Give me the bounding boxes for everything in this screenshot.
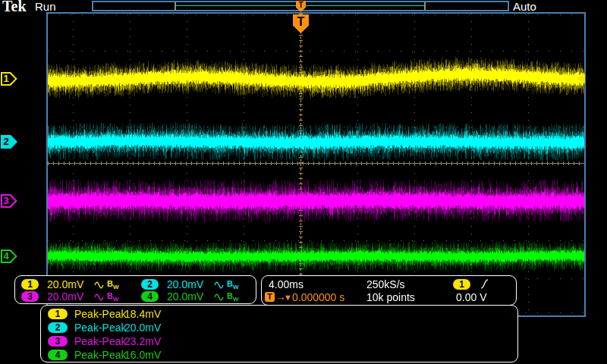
channel-4-badge: 4 [141, 291, 159, 302]
channel-1-ac-coupling-icon [94, 281, 105, 289]
measurement-box: 1 Peak-Peak 18.4mV 2 Peak-Peak 20.0mV 3 … [40, 305, 518, 362]
channel-4-marker: 4 [1, 249, 17, 263]
measurement-1-type: Peak-Peak [74, 309, 126, 320]
trigger-marker-icon: ▼ [284, 293, 292, 302]
channel-1-bandwidth-icon: BW [107, 279, 119, 290]
channel-readout-box: 1 20.0mV BW 2 20.0mV BW 3 20.0mV BW 4 20… [14, 275, 256, 304]
channel-2-marker-label: 2 [1, 136, 11, 148]
trigger-position-value: 0.000000 s [292, 292, 344, 303]
channel-2-bandwidth-icon: BW [227, 279, 239, 290]
channel-4-marker-label: 4 [1, 250, 11, 262]
measurement-2-type: Peak-Peak [74, 322, 126, 334]
trigger-level-arrow-icon [577, 74, 585, 83]
channel-1-marker: 1 [1, 72, 17, 86]
horizontal-scale: 4.00ms [269, 279, 304, 290]
measurement-3-type: Peak-Peak [74, 336, 126, 347]
oscilloscope-display: Tek Run T Auto T 1 2 3 4 1 [0, 0, 607, 364]
channel-1-marker-label: 1 [1, 73, 11, 85]
graticule-area [46, 12, 586, 317]
channel-4-scale: 20.0mV [167, 291, 203, 303]
channel-3-marker: 3 [1, 194, 17, 208]
trigger-source-badge: 1 [453, 279, 470, 290]
channel-4-bandwidth-icon: BW [227, 291, 239, 303]
measurement-4-value: 16.0mV [124, 350, 161, 361]
horizontal-trigger-readout-box: 4.00ms 250kS/s 1 T → ▼ 0.000000 s 10k po… [261, 275, 517, 306]
trigger-level-value: 0.00 V [456, 292, 486, 303]
channel-3-badge: 3 [21, 291, 39, 302]
sample-rate: 250kS/s [366, 279, 405, 290]
waveform-canvas [48, 14, 584, 315]
measurement-1-value: 18.4mV [124, 309, 161, 320]
measurement-2-value: 20.0mV [124, 322, 161, 334]
channel-1-badge: 1 [21, 279, 39, 290]
measurement-4-type: Peak-Peak [74, 350, 126, 361]
channel-4-ac-coupling-icon [214, 293, 225, 301]
measurement-1-badge: 1 [48, 309, 68, 319]
channel-1-scale: 20.0mV [47, 279, 83, 290]
channel-2-scale: 20.0mV [167, 279, 203, 290]
trigger-mode-label: Auto [513, 0, 536, 13]
record-window-left-bracket-icon [175, 2, 176, 10]
acquisition-status: Run [35, 0, 56, 13]
channel-2-marker: 2 [1, 135, 17, 149]
channel-3-ac-coupling-icon [94, 293, 105, 301]
channel-3-bandwidth-icon: BW [107, 291, 119, 303]
channel-2-ac-coupling-icon [214, 281, 225, 289]
record-length: 10k points [366, 292, 415, 303]
measurement-2-badge: 2 [48, 322, 68, 333]
measurement-3-badge: 3 [48, 336, 68, 347]
record-window-right-bracket-icon [424, 2, 426, 10]
measurement-3-value: 23.2mV [124, 336, 161, 347]
measurement-4-badge: 4 [48, 350, 68, 360]
rising-edge-slope-icon [480, 278, 489, 290]
channel-2-badge: 2 [141, 279, 159, 290]
trigger-t-icon: T [265, 292, 275, 302]
channel-3-marker-label: 3 [1, 195, 11, 207]
tek-logo: Tek [2, 0, 27, 15]
channel-3-scale: 20.0mV [47, 291, 83, 303]
